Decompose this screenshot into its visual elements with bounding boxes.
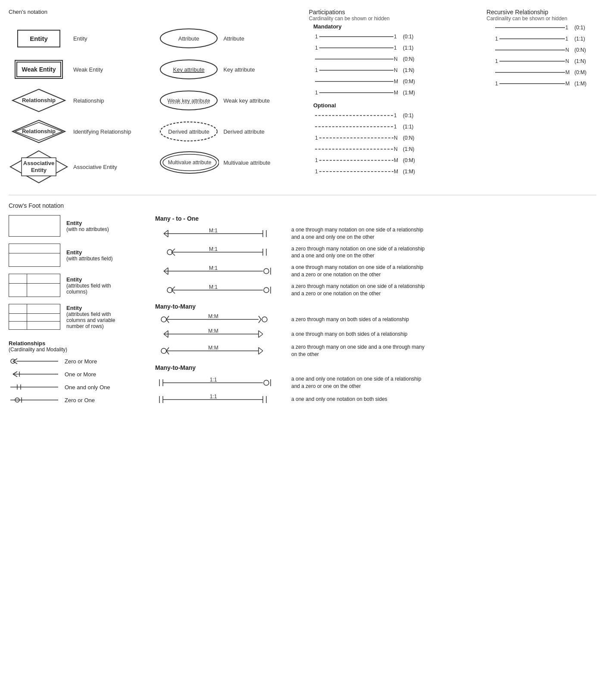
recursive-row-6: 1 M (1:M): [493, 79, 596, 88]
one-more-symbol: [9, 370, 60, 378]
optional-line-3: 1 N: [313, 134, 399, 142]
svg-line-131: [259, 347, 263, 351]
svg-text:M: M: [394, 90, 398, 96]
chens-title-text: Chen's notation: [9, 9, 47, 15]
svg-point-101: [264, 269, 269, 274]
participations-subtitle: Cardinality can be shown or hidden: [309, 16, 478, 22]
svg-text:1: 1: [565, 36, 568, 42]
opt-notation-2: (1:1): [403, 124, 414, 130]
relationship-shape: Relationship: [9, 88, 69, 113]
recursive-line-3: N: [493, 46, 571, 54]
identifying-shape: Relationship: [9, 119, 69, 144]
svg-line-72: [13, 372, 17, 374]
svg-text:M: M: [565, 81, 570, 87]
recursive-row-1: 1 (0:1): [493, 23, 596, 32]
mm-svg-2: M:M: [155, 329, 284, 339]
svg-text:1: 1: [315, 45, 318, 51]
one-to-one-title: Many-to-Many: [155, 364, 596, 371]
participation-line-4: 1 N: [313, 66, 399, 75]
optional-line-1: 1: [313, 111, 399, 120]
svg-text:Multivalue attribute: Multivalue attribute: [168, 159, 212, 166]
svg-point-126: [161, 348, 166, 353]
svg-text:M: M: [394, 78, 398, 84]
one-to-one-section: Many-to-Many 1:1 a one and only one nota…: [155, 364, 596, 405]
m1-row-2: M:1 a zero through many notation on one …: [155, 245, 596, 260]
cf-entity-attrs-title: Entity: [66, 249, 112, 256]
optional-row-3: 1 N (0:N): [313, 134, 485, 142]
svg-text:1: 1: [495, 81, 498, 87]
mm-row-3: M:M a zero through many on one side and …: [155, 344, 596, 358]
mm-desc-2: a one through many on both sides of a re…: [291, 331, 408, 338]
many-to-one-section: Many - to - One M:1: [155, 215, 596, 297]
svg-text:N: N: [394, 67, 398, 73]
cf-entity-cols-header: [9, 274, 60, 284]
svg-line-115: [259, 316, 261, 319]
multivalue-attribute-label: Multivalue attribute: [223, 159, 270, 166]
key-attribute-shape: Key attribute: [159, 58, 219, 81]
cf-cols-right: [27, 274, 60, 283]
weak-key-attribute-label: Weak key attribute: [223, 97, 269, 104]
rel-one-more-row: One or More: [9, 370, 138, 378]
svg-line-128: [166, 351, 169, 354]
optional-line-4: N: [313, 145, 399, 153]
m1-svg-4: M:1: [155, 285, 284, 295]
11-svg-1: 1:1: [155, 378, 284, 388]
svg-line-118: [164, 331, 168, 334]
part-notation-6: (1:M): [403, 90, 415, 96]
cf-entity-rows-row: Entity (attributes field with columns an…: [9, 304, 138, 330]
svg-text:1: 1: [315, 34, 318, 40]
recursive-subtitle: Cardinality can be shown or hidden: [486, 16, 596, 22]
attribute-oval-svg: Attribute: [159, 27, 219, 50]
multivalue-attr-row: Multivalue attribute Multivalue attribut…: [159, 147, 304, 178]
svg-text:1: 1: [315, 67, 318, 73]
mandatory-row-3: N (0:N): [313, 55, 485, 63]
entity-label: Entity: [73, 35, 87, 42]
associative-svg: Associative Entity: [9, 149, 69, 184]
cf-entity-cols-body: [9, 284, 60, 297]
rel-zero-one-row: Zero or One: [9, 396, 138, 404]
attribute-shape: Attribute: [159, 27, 219, 50]
zero-more-symbol: [9, 357, 60, 366]
part-notation-3: (0:N): [403, 56, 415, 62]
optional-line-5: 1 M: [313, 156, 399, 165]
m1-svg-3: M:1: [155, 266, 284, 276]
associative-shape: Associative Entity: [9, 149, 69, 184]
rec-notation-5: (0:M): [574, 69, 586, 75]
cf-rows-col-right: [27, 304, 60, 313]
optional-row-2: 1 (1:1): [313, 122, 485, 131]
recursive-line-6: 1 M: [493, 79, 571, 88]
cf-rows-body2-left: [9, 322, 27, 329]
derived-attribute-shape: Derived attribute: [159, 120, 219, 143]
participations-title: Participations: [309, 9, 478, 16]
recursive-line-5: M: [493, 68, 571, 77]
attribute-label: Attribute: [223, 35, 244, 42]
svg-text:M: M: [565, 69, 570, 75]
part-notation-4: (1:N): [403, 67, 415, 73]
opt-notation-1: (0:1): [403, 112, 414, 119]
svg-line-111: [166, 316, 169, 319]
cf-entity-cols: [9, 274, 60, 297]
svg-text:M:1: M:1: [209, 228, 218, 234]
optional-row-4: N (1:N): [313, 145, 485, 153]
weak-key-attr-row: Weak key attribute Weak key attribute: [159, 85, 304, 116]
svg-point-117: [262, 317, 267, 322]
svg-text:N: N: [394, 146, 398, 152]
rec-notation-1: (0:1): [574, 25, 585, 31]
chens-middle-column: Attribute Attribute Key attribute: [154, 23, 304, 178]
cf-cols-body-right: [27, 284, 60, 297]
associative-label: Associative Entity: [73, 164, 117, 170]
svg-text:1: 1: [394, 34, 397, 40]
svg-text:M: M: [394, 157, 398, 163]
participation-line-1: 1 1: [313, 32, 399, 41]
key-attribute-oval-svg: Key attribute: [159, 58, 219, 81]
svg-text:N: N: [565, 47, 569, 53]
part-notation-5: (0:M): [403, 78, 415, 84]
m1-row-1: M:1 a one through many notation on one s…: [155, 226, 596, 241]
participation-line-3: N: [313, 55, 399, 63]
11-svg-2: 1:1: [155, 394, 284, 405]
cf-entity-cols-row: Entity (attributes field with columns): [9, 274, 138, 297]
relationships-label-section: Relationships (Cardinality and Modality)…: [9, 340, 138, 404]
svg-line-132: [259, 351, 263, 354]
mm-desc-1: a zero through many on both sides of a r…: [291, 316, 409, 323]
svg-point-108: [264, 288, 269, 293]
